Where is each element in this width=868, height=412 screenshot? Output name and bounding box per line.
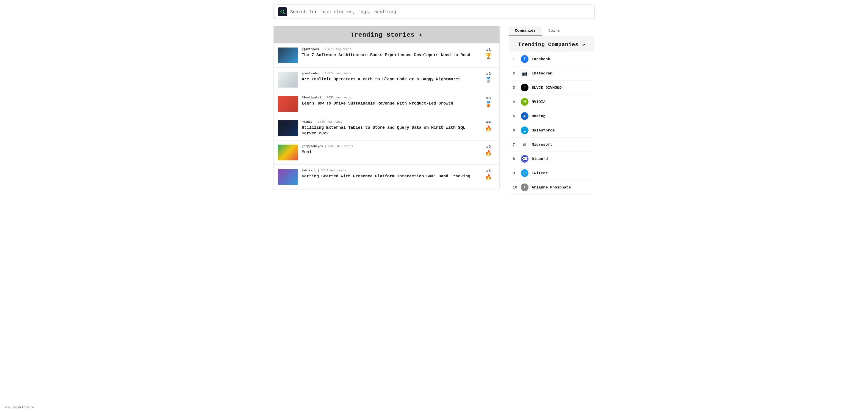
company-logo: A: [521, 183, 528, 191]
trending-stories-header: Trending Stories ★: [274, 26, 500, 43]
rank-icon: 🥉: [485, 101, 492, 108]
company-name: Facebook: [532, 57, 550, 61]
story-meta: @cryptohayes | 6223 new reads: [302, 145, 478, 148]
story-rank: #1 🏆: [482, 48, 495, 59]
stories-list: @javinpaul | 26870 new reads The 7 Softw…: [274, 43, 500, 189]
rank-icon: 🏆: [485, 53, 492, 59]
company-logo: N: [521, 98, 528, 106]
company-rank: 9: [513, 171, 518, 175]
company-list: 1 f Facebook 2 📷 Instagram 3 B BLVCK DIV…: [508, 52, 594, 195]
trending-companies-header: Trending Companies ↗: [508, 36, 594, 52]
tab-companies[interactable]: Companies: [508, 26, 542, 36]
story-item[interactable]: @shiaart | 5741 new reads Getting Starte…: [274, 165, 499, 189]
story-thumbnail: [278, 169, 298, 185]
story-author: @minio: [302, 120, 312, 123]
company-name: Instagram: [532, 71, 553, 76]
story-thumbnail: [278, 96, 298, 112]
rank-badge: #2: [486, 72, 491, 76]
rank-badge: #1: [486, 48, 491, 52]
company-item[interactable]: 6 ☁ Salesforce: [508, 123, 594, 138]
company-logo: B: [521, 84, 528, 91]
company-rank: 2: [513, 71, 518, 76]
story-author: @shiaart: [302, 169, 316, 172]
story-content: @lomitpatel | 7650 new reads Learn How T…: [302, 96, 478, 106]
story-content: @minio | 6786 new reads Utilizing Extern…: [302, 120, 478, 136]
company-item[interactable]: 5 ✈ Boeing: [508, 109, 594, 123]
rank-badge: #3: [486, 96, 491, 100]
company-item[interactable]: 1 f Facebook: [508, 52, 594, 66]
company-name: BLVCK DIVMOND: [532, 86, 562, 90]
company-logo: 💬: [521, 155, 528, 163]
tabs-row: Companies Coins: [508, 26, 594, 36]
company-rank: 10: [513, 185, 518, 189]
search-input[interactable]: [290, 9, 590, 14]
story-meta: @javinpaul | 26870 new reads: [302, 48, 478, 51]
company-rank: 1: [513, 57, 518, 61]
story-title: The 7 Software Architecture Books Experi…: [302, 52, 478, 58]
company-item[interactable]: 7 ⊞ Microsoft: [508, 138, 594, 152]
story-reads: 13374 new reads: [325, 72, 351, 75]
stories-section: Trending Stories ★ @javinpaul | 26870 ne…: [274, 26, 500, 189]
story-item[interactable]: @javinpaul | 26870 new reads The 7 Softw…: [274, 43, 499, 68]
story-rank: #4 🔥: [482, 120, 495, 132]
company-item[interactable]: 10 A Arianne Phosphate: [508, 180, 594, 195]
story-item[interactable]: @lomitpatel | 7650 new reads Learn How T…: [274, 92, 499, 116]
story-content: @cryptohayes | 6223 new reads Moai: [302, 145, 478, 155]
company-name: NVIDIA: [532, 100, 546, 104]
company-rank: 7: [513, 143, 518, 147]
company-item[interactable]: 4 N NVIDIA: [508, 95, 594, 109]
company-name: Boeing: [532, 114, 546, 118]
tab-coins[interactable]: Coins: [542, 26, 566, 36]
story-content: @javinpaul | 26870 new reads The 7 Softw…: [302, 48, 478, 58]
company-logo: ☁: [521, 126, 528, 134]
rank-badge: #5: [486, 145, 491, 149]
company-logo: f: [521, 55, 528, 63]
story-author: @javinpaul: [302, 48, 319, 51]
story-reads: 26870 new reads: [325, 48, 351, 51]
company-logo: ✈: [521, 112, 528, 120]
company-name: Discord: [532, 157, 548, 161]
companies-section: Companies Coins Trending Companies ↗ 1 f…: [508, 26, 594, 195]
company-name: Microsoft: [532, 143, 553, 147]
story-reads: 6223 new reads: [328, 145, 353, 148]
story-item[interactable]: @cryptohayes | 6223 new reads Moai #5 🔥: [274, 141, 499, 165]
story-rank: #5 🔥: [482, 145, 495, 156]
company-logo: 📷: [521, 69, 528, 77]
svg-line-1: [284, 13, 285, 14]
company-item[interactable]: 2 📷 Instagram: [508, 66, 594, 81]
rank-badge: #6: [486, 169, 491, 173]
company-logo: 🐦: [521, 169, 528, 177]
story-content: @devleader | 13374 new reads Are Implici…: [302, 72, 478, 82]
story-item[interactable]: @minio | 6786 new reads Utilizing Extern…: [274, 116, 499, 141]
story-title: Learn How To Drive Sustainable Revenue W…: [302, 101, 478, 106]
company-rank: 8: [513, 157, 518, 161]
svg-point-0: [281, 10, 284, 13]
company-item[interactable]: 8 💬 Discord: [508, 152, 594, 166]
rank-badge: #4: [486, 120, 491, 124]
story-author: @lomitpatel: [302, 96, 321, 99]
story-rank: #3 🥉: [482, 96, 495, 108]
story-reads: 6786 new reads: [318, 120, 342, 123]
company-rank: 3: [513, 86, 518, 90]
company-rank: 6: [513, 128, 518, 133]
company-rank: 4: [513, 100, 518, 104]
company-rank: 5: [513, 114, 518, 118]
story-meta: @shiaart | 5741 new reads: [302, 169, 478, 172]
story-item[interactable]: @devleader | 13374 new reads Are Implici…: [274, 68, 499, 92]
story-title: Are Implicit Operators a Path to Clean C…: [302, 77, 478, 82]
search-bar[interactable]: [274, 4, 594, 19]
story-title: Utilizing External Tables to Store and Q…: [302, 125, 478, 136]
company-name: Arianne Phosphate: [532, 185, 571, 189]
rank-icon: 🔥: [485, 125, 492, 132]
company-item[interactable]: 3 B BLVCK DIVMOND: [508, 81, 594, 95]
story-title: Getting Started With Presence Platform I…: [302, 174, 478, 179]
story-title: Moai: [302, 149, 478, 155]
rank-icon: 🥈: [485, 77, 492, 84]
story-author: @cryptohayes: [302, 145, 323, 148]
rank-icon: 🔥: [485, 150, 492, 156]
story-meta: @lomitpatel | 7650 new reads: [302, 96, 478, 99]
watermark: ssec.paperform.co: [2, 405, 36, 410]
story-thumbnail: [278, 120, 298, 136]
company-name: Salesforce: [532, 128, 555, 133]
company-item[interactable]: 9 🐦 Twitter: [508, 166, 594, 180]
